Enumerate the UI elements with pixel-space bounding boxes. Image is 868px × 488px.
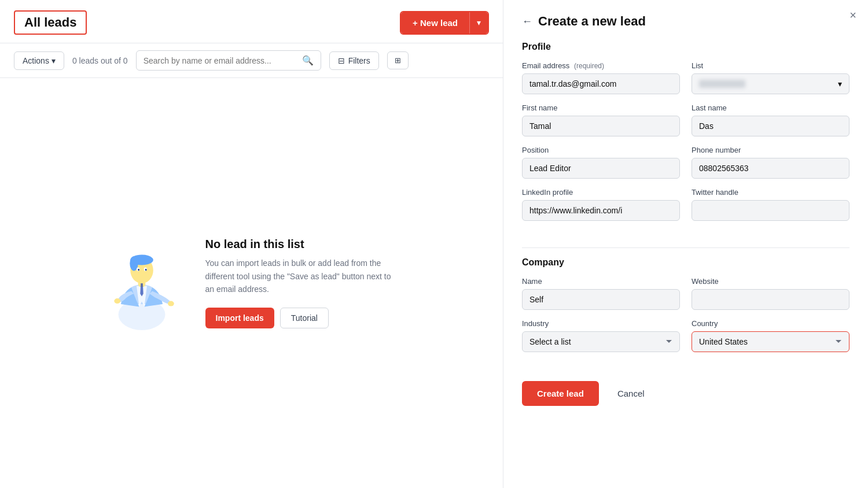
new-lead-dropdown-button[interactable]: ▾ [469, 12, 488, 34]
position-field[interactable] [522, 158, 680, 179]
panel-title: Create a new lead [538, 14, 646, 29]
new-lead-button-group: + New lead ▾ [400, 11, 489, 35]
svg-point-10 [145, 268, 146, 271]
country-select[interactable]: United States [692, 331, 849, 352]
list-label: List [692, 61, 849, 70]
last-name-label: Last name [692, 103, 849, 112]
columns-icon: ⊞ [395, 56, 401, 65]
twitter-field[interactable] [692, 200, 849, 221]
twitter-group: Twitter handle [692, 188, 849, 221]
panel-header: ← Create a new lead [522, 14, 849, 29]
empty-text: No lead in this list You can import lead… [205, 238, 402, 328]
company-form-grid: Name Website Industry Select a list Coun… [522, 277, 849, 352]
empty-state: No lead in this list You can import lead… [0, 78, 503, 488]
profile-section-title: Profile [522, 42, 849, 52]
industry-label: Industry [522, 319, 680, 328]
phone-label: Phone number [692, 146, 849, 154]
svg-point-6 [114, 298, 120, 304]
email-field[interactable] [522, 73, 680, 94]
columns-button[interactable]: ⊞ [387, 51, 409, 69]
company-name-field[interactable] [522, 289, 680, 310]
form-footer: Create lead Cancel [522, 372, 849, 406]
chevron-down-icon: ▾ [838, 79, 842, 88]
chevron-down-icon: ▾ [52, 56, 56, 65]
search-icon: 🔍 [302, 55, 314, 66]
company-name-group: Name [522, 277, 680, 310]
website-field[interactable] [692, 289, 849, 310]
phone-field[interactable] [692, 158, 849, 179]
search-box: 🔍 [136, 50, 321, 71]
empty-state-content: No lead in this list You can import lead… [101, 231, 402, 335]
back-button[interactable]: ← [522, 16, 532, 28]
left-panel: All leads + New lead ▾ Actions ▾ 0 leads… [0, 0, 503, 488]
company-name-label: Name [522, 277, 680, 286]
company-section-title: Company [522, 257, 849, 268]
empty-description: You can import leads in bulk or add lead… [205, 257, 402, 295]
last-name-group: Last name [692, 103, 849, 136]
first-name-group: First name [522, 103, 680, 136]
page-title: All leads [14, 10, 87, 35]
website-group: Website [692, 277, 849, 310]
import-leads-button[interactable]: Import leads [205, 308, 274, 328]
list-blurred-value [699, 80, 745, 88]
new-lead-button[interactable]: + New lead [401, 12, 469, 34]
filter-icon: ⊟ [338, 56, 345, 65]
list-group: List ▾ [692, 61, 849, 94]
first-name-field[interactable] [522, 116, 680, 136]
industry-select[interactable]: Select a list [522, 331, 680, 352]
linkedin-group: LinkedIn profile [522, 188, 680, 221]
linkedin-label: LinkedIn profile [522, 188, 680, 197]
leads-count: 0 leads out of 0 [72, 56, 128, 65]
tutorial-button[interactable]: Tutorial [280, 308, 329, 328]
section-divider [522, 247, 849, 248]
country-label: Country [692, 319, 849, 328]
twitter-label: Twitter handle [692, 188, 849, 197]
svg-point-9 [138, 268, 139, 271]
last-name-field[interactable] [692, 116, 849, 136]
cancel-button[interactable]: Cancel [606, 382, 656, 405]
svg-point-5 [168, 301, 174, 306]
right-panel: × ← Create a new lead Profile Email addr… [503, 0, 868, 488]
country-group: Country United States [692, 319, 849, 352]
profile-form-grid: Email address (required) List ▾ First na… [522, 61, 849, 221]
email-group: Email address (required) [522, 61, 680, 94]
position-label: Position [522, 146, 680, 154]
left-header: All leads + New lead ▾ [0, 0, 503, 43]
create-lead-button[interactable]: Create lead [522, 381, 599, 406]
linkedin-field[interactable] [522, 200, 680, 221]
toolbar: Actions ▾ 0 leads out of 0 🔍 ⊟ Filters ⊞ [0, 43, 503, 78]
industry-group: Industry Select a list [522, 319, 680, 352]
empty-actions: Import leads Tutorial [205, 308, 402, 328]
list-select[interactable]: ▾ [692, 73, 849, 94]
empty-heading: No lead in this list [205, 238, 402, 251]
first-name-label: First name [522, 103, 680, 112]
profile-section: Profile Email address (required) List ▾ [522, 42, 849, 224]
empty-illustration [101, 231, 182, 335]
website-label: Website [692, 277, 849, 286]
actions-button[interactable]: Actions ▾ [14, 51, 64, 70]
email-label: Email address (required) [522, 61, 680, 70]
phone-group: Phone number [692, 146, 849, 179]
filters-button[interactable]: ⊟ Filters [329, 51, 379, 70]
close-button[interactable]: × [849, 9, 856, 21]
position-group: Position [522, 146, 680, 179]
company-section: Company Name Website Industry Select a l… [522, 236, 849, 356]
search-input[interactable] [144, 56, 297, 65]
